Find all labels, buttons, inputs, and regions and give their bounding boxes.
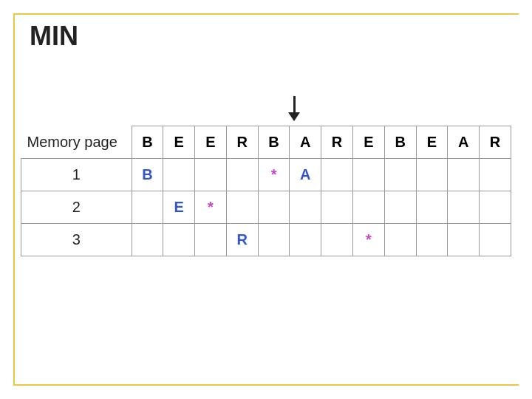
cell-1-1: E — [163, 191, 195, 224]
cell-2-6 — [321, 224, 353, 256]
cell-1-9 — [416, 191, 448, 224]
memory-table-container: Memory pageBEERBAREBEAR1B*A2E*3R* — [21, 126, 511, 256]
cell-2-8 — [384, 224, 416, 256]
cell-1-2: * — [195, 191, 227, 224]
page-title: MIN — [30, 21, 78, 52]
cell-0-10 — [448, 159, 480, 191]
cell-0-5: A — [290, 159, 321, 191]
arrow-shaft — [293, 96, 296, 112]
table-col-header-4: B — [258, 126, 290, 159]
table-header-row: Memory pageBEERBAREBEAR — [21, 126, 511, 159]
cell-1-7 — [352, 191, 384, 224]
cell-1-3 — [226, 191, 258, 224]
table-col-header-label: Memory page — [21, 126, 132, 159]
cell-2-3: R — [226, 224, 258, 256]
table-col-header-9: E — [416, 126, 448, 159]
cell-2-5 — [290, 224, 321, 256]
table-row: 1B*A — [21, 159, 511, 191]
table-col-header-8: B — [384, 126, 416, 159]
cell-2-9 — [416, 224, 448, 256]
table-col-header-10: A — [448, 126, 480, 159]
cell-0-8 — [384, 159, 416, 191]
row-label-2: 3 — [21, 224, 132, 256]
row-label-0: 1 — [21, 159, 132, 191]
table-col-header-2: E — [195, 126, 227, 159]
cell-2-11 — [480, 224, 511, 256]
border-top — [13, 13, 519, 15]
cell-0-11 — [480, 159, 511, 191]
cell-1-0 — [132, 191, 163, 224]
border-bottom — [13, 384, 519, 386]
cell-2-1 — [163, 224, 195, 256]
cell-0-7 — [352, 159, 384, 191]
arrow-indicator — [288, 96, 300, 121]
cell-0-2 — [195, 159, 227, 191]
cell-2-0 — [132, 224, 163, 256]
row-label-1: 2 — [21, 191, 132, 224]
cell-1-8 — [384, 191, 416, 224]
table-row: 2E* — [21, 191, 511, 224]
table-row: 3R* — [21, 224, 511, 256]
table-col-header-6: R — [321, 126, 353, 159]
cell-2-4 — [258, 224, 290, 256]
memory-table: Memory pageBEERBAREBEAR1B*A2E*3R* — [21, 126, 511, 256]
cell-1-4 — [258, 191, 290, 224]
table-col-header-5: A — [290, 126, 321, 159]
cell-1-6 — [321, 191, 353, 224]
cell-1-11 — [480, 191, 511, 224]
cell-2-2 — [195, 224, 227, 256]
cell-0-9 — [416, 159, 448, 191]
table-col-header-7: E — [352, 126, 384, 159]
arrow-head — [288, 112, 300, 121]
cell-0-6 — [321, 159, 353, 191]
cell-2-10 — [448, 224, 480, 256]
cell-0-4: * — [258, 159, 290, 191]
table-col-header-0: B — [132, 126, 163, 159]
table-col-header-11: R — [480, 126, 511, 159]
cell-0-0: B — [132, 159, 163, 191]
cell-0-1 — [163, 159, 195, 191]
cell-2-7: * — [352, 224, 384, 256]
border-left — [13, 13, 15, 386]
table-col-header-1: E — [163, 126, 195, 159]
cell-0-3 — [226, 159, 258, 191]
cell-1-5 — [290, 191, 321, 224]
table-col-header-3: R — [226, 126, 258, 159]
cell-1-10 — [448, 191, 480, 224]
